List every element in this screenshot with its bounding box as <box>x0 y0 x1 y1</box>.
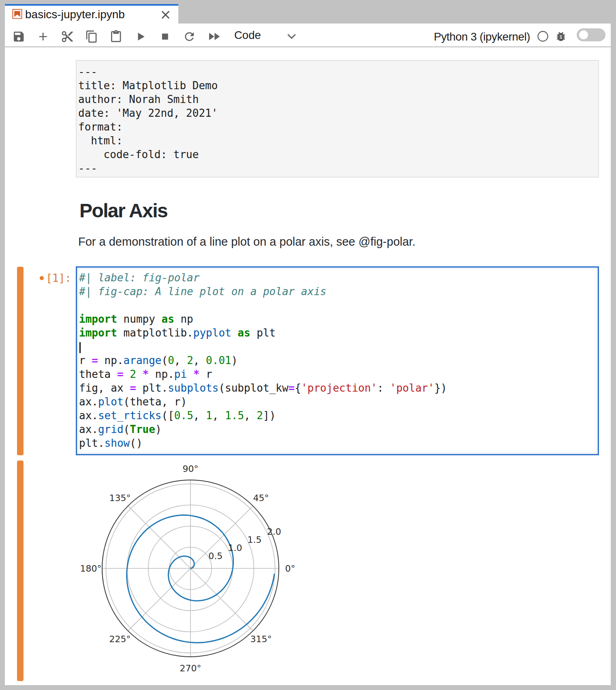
insert-cell-button[interactable] <box>36 30 50 43</box>
svg-text:1.5: 1.5 <box>248 535 262 545</box>
code-cell-source: #| label: fig-polar#| fig-cap: A line pl… <box>79 271 447 450</box>
notebook-tab[interactable]: basics-jupyter.ipynb <box>5 4 178 24</box>
code-cell-editor[interactable]: #| label: fig-polar#| fig-cap: A line pl… <box>76 266 599 455</box>
kernel-name[interactable]: Python 3 (ipykernel) <box>434 30 530 43</box>
svg-text:135°: 135° <box>109 493 131 503</box>
execution-count-prompt: [1]: <box>24 271 71 285</box>
restart-kernel-button[interactable] <box>183 30 196 43</box>
tab-title: basics-jupyter.ipynb <box>25 8 125 21</box>
svg-text:180°: 180° <box>80 564 102 574</box>
markdown-paragraph: For a demonstration of a line plot on a … <box>78 235 415 249</box>
run-cell-button[interactable] <box>134 30 148 43</box>
close-icon[interactable] <box>161 10 170 19</box>
output-collapser[interactable] <box>17 461 24 681</box>
svg-text:315°: 315° <box>250 634 272 644</box>
polar-plot-output: 0°45°90°135°180°225°270°315°0.51.01.52.0 <box>76 459 307 681</box>
stop-icon <box>158 30 172 43</box>
restart-run-all-button[interactable] <box>207 29 221 44</box>
cell-type-value: Code <box>234 29 261 41</box>
add-icon <box>36 30 50 43</box>
toggle-knob <box>579 30 588 39</box>
svg-text:0.5: 0.5 <box>208 551 222 561</box>
notebook-icon <box>11 8 23 20</box>
svg-text:45°: 45° <box>253 493 269 503</box>
run-icon <box>134 30 148 43</box>
svg-text:2.0: 2.0 <box>267 527 281 537</box>
chevron-down-icon <box>284 29 299 44</box>
copy-cells-button[interactable] <box>85 30 98 43</box>
simple-mode-toggle[interactable] <box>577 28 605 41</box>
jupyterlab-window: basics-jupyter.ipynb Code Python 3 (ipyk… <box>0 0 616 690</box>
save-button[interactable] <box>12 30 26 43</box>
svg-text:1.0: 1.0 <box>228 543 242 553</box>
copy-icon <box>85 30 98 43</box>
raw-cell-source: --- title: Matplotlib Demo author: Norah… <box>78 65 218 175</box>
text-cursor <box>79 342 81 353</box>
bug-icon[interactable] <box>555 30 567 43</box>
svg-text:225°: 225° <box>109 634 131 644</box>
paste-cells-button[interactable] <box>109 30 123 43</box>
interrupt-kernel-button[interactable] <box>158 30 172 43</box>
restart-icon <box>183 30 196 43</box>
save-icon <box>12 30 26 43</box>
cut-icon <box>61 30 74 43</box>
cell-type-dropdown[interactable]: Code <box>234 29 301 43</box>
svg-text:0°: 0° <box>285 564 295 574</box>
cut-cells-button[interactable] <box>61 30 74 43</box>
kernel-idle-circle-icon[interactable] <box>537 31 548 42</box>
input-collapser[interactable] <box>17 267 24 455</box>
raw-cell-editor[interactable]: --- title: Matplotlib Demo author: Norah… <box>76 60 599 178</box>
fast-forward-icon <box>207 29 221 44</box>
svg-text:270°: 270° <box>180 663 201 673</box>
paste-icon <box>109 30 123 43</box>
svg-text:90°: 90° <box>183 464 199 474</box>
markdown-heading: Polar Axis <box>79 199 167 222</box>
